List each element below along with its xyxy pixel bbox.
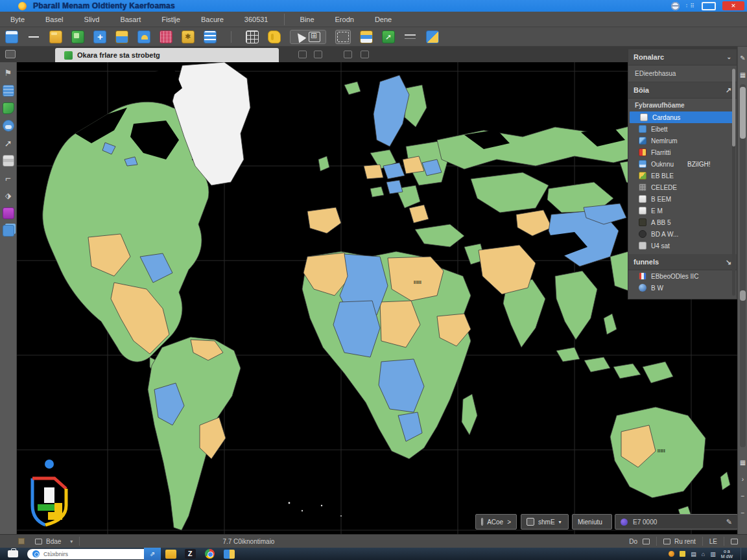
arrow-up-right-icon[interactable]: ↗ (726, 86, 731, 95)
globe-icon[interactable] (671, 2, 680, 10)
vertical-scrollbar-thumb2[interactable] (740, 290, 746, 301)
layer-yellow-blue-icon[interactable] (360, 30, 373, 43)
panel-subtitle-row[interactable]: EDieerbhasua (628, 65, 737, 82)
menu-item-1[interactable]: Basel (35, 12, 74, 27)
menu-item-2[interactable]: Slivd (74, 12, 110, 27)
arrow-down-right-icon[interactable]: ↘ (726, 258, 731, 266)
taskbar-search-input[interactable] (43, 551, 134, 557)
start-button[interactable] (8, 550, 18, 557)
menu-item-4[interactable]: Fistlje (151, 12, 191, 27)
menu-item-5[interactable]: Bacure (191, 12, 234, 27)
cursor-tool-group[interactable] (290, 30, 326, 44)
split-blue-yellow-icon[interactable] (426, 30, 439, 43)
minus-icon[interactable] (27, 30, 40, 43)
layer-item-8[interactable]: E M (628, 205, 737, 216)
panel-header[interactable]: Ronalarc ⌄ (628, 49, 737, 65)
pan-hand-icon[interactable] (268, 30, 281, 43)
vector-green-icon[interactable] (382, 30, 395, 43)
layer-item-1[interactable]: Eibett (628, 123, 737, 135)
list-gray-icon[interactable] (3, 155, 14, 167)
menu-item-7[interactable]: Bine (290, 12, 325, 27)
flag-icon[interactable] (3, 67, 14, 79)
overlay-menu-button[interactable]: Mieniutu (572, 514, 612, 530)
ruler-icon[interactable] (3, 172, 14, 184)
status-left-label[interactable]: Bdae (46, 538, 61, 545)
tab-action-icon-4[interactable] (361, 51, 369, 58)
printer-icon[interactable] (115, 30, 128, 43)
status-right-0[interactable]: Do (629, 538, 637, 545)
layer-item-9[interactable]: A BB 5 (628, 216, 737, 228)
menu-item-3[interactable]: Basart (110, 12, 151, 27)
dash-icon[interactable]: − (739, 493, 746, 500)
chevron-down-icon[interactable]: ⌄ (726, 54, 731, 60)
z-app[interactable]: Z (180, 548, 200, 560)
menu-item-8[interactable]: Erodn (325, 12, 364, 27)
vertical-scrollbar[interactable] (740, 84, 746, 447)
dome-blue-icon[interactable] (137, 30, 150, 43)
layer-item-11[interactable]: U4 sat (628, 240, 737, 251)
chevron-right-icon[interactable]: › (739, 476, 746, 483)
menu-item-9[interactable]: Dene (364, 12, 402, 27)
folder-open-icon[interactable] (49, 30, 62, 43)
status-right-icon-2[interactable] (731, 539, 738, 544)
window-icon[interactable]: ▥ (710, 551, 716, 557)
taskbar-clock[interactable]: o a M dW (721, 549, 733, 559)
status-square-icon[interactable] (18, 538, 25, 544)
pencil-small-icon[interactable]: ✎ (739, 54, 746, 62)
image-green-icon[interactable] (71, 30, 84, 43)
menu-item-0[interactable]: Byte (0, 12, 35, 27)
panel-group2[interactable]: funnels ↘ (628, 254, 737, 270)
globe-blue-icon[interactable] (3, 120, 14, 132)
dash2-icon[interactable]: − (739, 509, 746, 517)
layer-item-7[interactable]: B EEM (628, 193, 737, 205)
grid-bottom-icon[interactable]: ▦ (739, 459, 746, 466)
books-blue-icon[interactable] (3, 225, 14, 237)
table-grid-icon[interactable] (246, 30, 259, 43)
dots-icon[interactable]: ∶ ⠿ (686, 3, 695, 9)
overlay-style-button[interactable]: shmE ▾ (521, 514, 569, 530)
browser-blue-button[interactable]: ⇗ (144, 548, 161, 560)
layers-blue-icon[interactable] (3, 85, 14, 97)
yellow-square-icon[interactable] (680, 551, 685, 557)
arrow-cursor-icon[interactable] (3, 137, 14, 149)
cursor-arrow-icon[interactable] (294, 30, 306, 43)
tab-action-icon-1[interactable] (298, 51, 307, 58)
layer-item-5[interactable]: EB BLE (628, 170, 737, 181)
new-document-icon[interactable] (5, 30, 18, 43)
layer-item-2[interactable]: Nemlrum (628, 135, 737, 146)
note-green-icon[interactable] (3, 102, 14, 114)
swap-icon[interactable] (3, 190, 14, 202)
tab-corner-icon[interactable] (5, 50, 16, 58)
battery-icon[interactable]: ▤ (691, 551, 696, 557)
status-right-2[interactable]: LE (709, 538, 717, 545)
tab-action-icon-2[interactable] (314, 51, 322, 58)
window-blue-app[interactable] (219, 548, 239, 560)
tab-action-icon-3[interactable] (344, 51, 352, 58)
layer-list-icon[interactable] (204, 30, 217, 43)
show-desktop-sliver[interactable] (741, 548, 743, 560)
layer-item-12[interactable]: EBbeoODles IIC (628, 270, 737, 282)
purple-rect-icon[interactable] (3, 207, 14, 219)
chrome-app[interactable] (200, 548, 219, 560)
close-icon[interactable]: ✕ (722, 1, 744, 10)
status-right-icon-0[interactable] (643, 539, 650, 544)
grid-red-icon[interactable] (160, 30, 172, 43)
folder-yellow-app[interactable] (161, 548, 180, 560)
status-right-1[interactable]: Ru rent (674, 538, 696, 545)
measure-lines-icon[interactable] (404, 30, 417, 43)
overlay-add-button[interactable]: ACoe > (475, 514, 517, 530)
status-right-icon-1[interactable] (663, 539, 670, 544)
tool-yellow-icon[interactable] (182, 30, 195, 43)
layer-item-13[interactable]: B W (628, 282, 737, 294)
home-icon[interactable]: ⌂ (702, 551, 705, 557)
layer-item-3[interactable]: Flarritti (628, 146, 737, 158)
window-add-icon[interactable] (93, 30, 106, 43)
layer-item-10[interactable]: BD A W... (628, 228, 737, 240)
menu-item-6[interactable]: 360531 (234, 12, 279, 27)
map-search-box[interactable]: E7 0000 ✎ (615, 514, 738, 530)
layer-item-4[interactable]: Ouknnu BZiIGH! (628, 158, 737, 170)
panel-section-a[interactable]: Böia ↗ (628, 82, 737, 99)
maximize-icon[interactable] (702, 2, 716, 10)
select-rect-button[interactable] (335, 30, 351, 44)
zoom-box-icon[interactable] (309, 32, 320, 42)
